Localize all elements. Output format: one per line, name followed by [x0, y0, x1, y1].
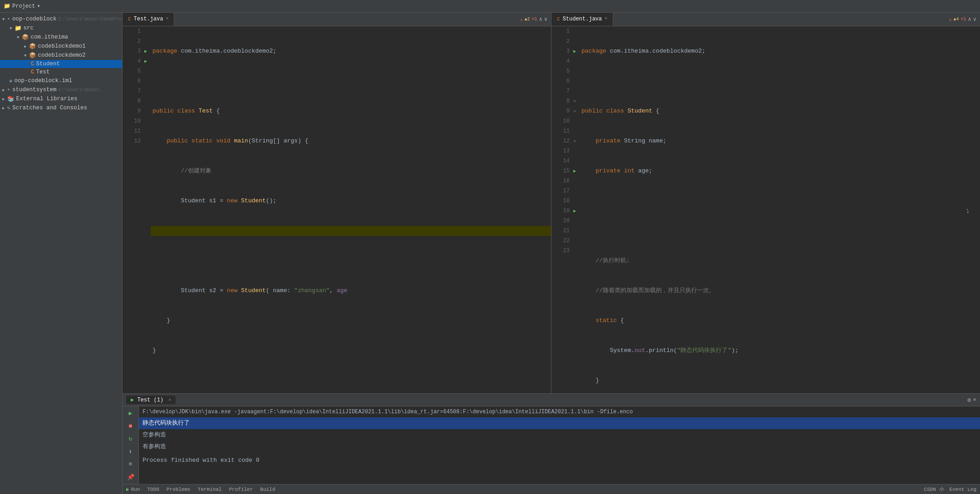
expand-icon: ▸: [2, 86, 5, 93]
expand-icon: ▾: [9, 24, 13, 32]
run-tab-icon: ▶: [131, 397, 134, 403]
java-icon: C: [31, 69, 34, 75]
tab-close-button[interactable]: ×: [166, 16, 168, 21]
stop-button[interactable]: ■: [124, 421, 137, 431]
terminal-status[interactable]: Terminal: [198, 487, 222, 492]
right-code-lines: package com.itheima.codeblockdemo2; publ…: [580, 26, 980, 393]
editor-left-indicators: ⚠ ▲2 ×1 ∧ ∨: [520, 13, 551, 26]
run-button[interactable]: ▶: [124, 408, 137, 418]
code-line-11: }: [151, 346, 551, 356]
settings-run-button[interactable]: ≡: [124, 460, 137, 470]
status-bar-right: CSDN 小 Event Log: [924, 486, 976, 493]
sidebar-item-src[interactable]: ▾ 📁 src: [0, 24, 122, 33]
left-code-content[interactable]: 1 2 3 4 5 6 7 8 9 10 11 12: [123, 26, 551, 393]
sidebar-item-codeblockdemo2[interactable]: ▾ 📦 codeblockdemo2: [0, 51, 122, 60]
run-status[interactable]: ▶ Run: [126, 486, 140, 492]
sidebar-item-studentsystem[interactable]: ▸ ▪ studentsystem C:\Users\moon\: [0, 85, 122, 94]
left-tab-bar: C Test.java × ⚠ ▲2 ×1 ∧ ∨: [123, 13, 551, 26]
right-line-numbers: 1 2 3 4 5 6 7 8 9 10 11 12 13 14: [552, 26, 573, 393]
run-status-icon: ▶: [126, 486, 129, 492]
tab-test-java[interactable]: C Test.java ×: [123, 13, 174, 26]
close-bottom-icon[interactable]: ×: [973, 396, 976, 403]
output-line-2: 空参构造: [139, 429, 980, 441]
r-code-line-7: [580, 226, 980, 236]
run-tab[interactable]: ▶ Test (1) ×: [126, 396, 176, 404]
r-code-line-9: //随着类的加载而加载的，并且只执行一次。: [580, 286, 980, 296]
scratch-icon: ✎: [7, 104, 11, 112]
folder-icon: 📁: [15, 24, 22, 32]
scroll-to-end-button[interactable]: ⬇: [124, 447, 137, 457]
r-code-line-3: public class Student {: [580, 106, 980, 116]
editor-area: C Test.java × ⚠ ▲2 ×1 ∧ ∨ 1: [123, 13, 980, 494]
event-log[interactable]: Event Log: [950, 487, 976, 492]
sidebar-item-student[interactable]: C Student: [0, 60, 122, 68]
r-code-line-11: System.out.println("静态代码块执行了");: [580, 346, 980, 356]
pin-button[interactable]: 📌: [124, 472, 137, 482]
right-editor-panel: C Student.java × ⚠ ▲4 ×1 ∧ ∨ 1: [552, 13, 980, 393]
code-line-10: }: [151, 316, 551, 326]
code-line-8: [151, 256, 551, 266]
sidebar-item-iml[interactable]: ◈ oop-codeblock.iml: [0, 76, 122, 85]
bottom-panel: ▶ Test (1) × ⚙ × ▶ ■ ↻ ⬇ ≡ 📌: [123, 393, 980, 484]
left-editor-panel: C Test.java × ⚠ ▲2 ×1 ∧ ∨ 1: [123, 13, 552, 393]
sidebar-item-com-itheima[interactable]: ▾ 📦 com.itheima: [0, 33, 122, 42]
build-status[interactable]: Build: [260, 487, 275, 492]
module-icon: ▪: [7, 16, 11, 22]
top-bar: 📁 Project ▾: [0, 0, 980, 13]
expand-icon: ▾: [16, 34, 20, 41]
code-line-3: public class Test {: [151, 106, 551, 116]
error-indicator: ⚠: [520, 17, 522, 22]
bottom-right-actions: ⚙ ×: [967, 396, 976, 404]
module-icon: ▪: [7, 87, 11, 93]
run-tab-close[interactable]: ×: [168, 398, 171, 403]
r-code-line-6: [580, 196, 980, 206]
code-line-6: Student s1 = new Student();: [151, 196, 551, 206]
main-area: ▾ ▪ oop-codeblock C:\Users\moon\IdeaProj…: [0, 13, 980, 494]
tab-close-button[interactable]: ×: [605, 16, 607, 21]
bottom-tab-bar: ▶ Test (1) × ⚙ ×: [123, 394, 980, 406]
sidebar: ▾ ▪ oop-codeblock C:\Users\moon\IdeaProj…: [0, 13, 123, 494]
project-tree: ▾ ▪ oop-codeblock C:\Users\moon\IdeaProj…: [0, 13, 122, 494]
package-icon: 📦: [29, 52, 36, 59]
right-info: CSDN 小: [924, 486, 944, 493]
r-code-line-4: private String name;: [580, 136, 980, 146]
package-icon: 📦: [22, 34, 29, 41]
expand-icon: ▾: [24, 52, 27, 59]
code-line-2: [151, 76, 551, 86]
sidebar-item-test[interactable]: C Test: [0, 68, 122, 76]
code-line-1: package com.itheima.codeblockdemo2;: [151, 46, 551, 56]
code-line-4: public static void main(String[] args) {: [151, 136, 551, 146]
code-line-12: [151, 376, 551, 386]
run-output: F:\develop\JDK\bin\java.exe -javaagent:F…: [139, 406, 980, 484]
r-code-line-5: private int age;: [580, 166, 980, 176]
project-dropdown[interactable]: 📁 Project ▾: [4, 3, 40, 10]
bottom-content: ▶ ■ ↻ ⬇ ≡ 📌 F:\develop\JDK\bin\java.exe …: [123, 406, 980, 484]
r-code-line-2: [580, 76, 980, 86]
expand-icon: ▸: [2, 104, 5, 112]
run-sidebar: ▶ ■ ↻ ⬇ ≡ 📌: [123, 406, 139, 484]
tab-student-java[interactable]: C Student.java ×: [552, 13, 613, 26]
sidebar-item-oop-codeblock[interactable]: ▾ ▪ oop-codeblock C:\Users\moon\IdeaProj…: [0, 15, 122, 24]
package-icon: 📦: [29, 43, 36, 50]
code-line-7: [151, 226, 551, 236]
r-code-line-1: package com.itheima.codeblockdemo2;: [580, 46, 980, 56]
r-code-line-8: //执行时机:: [580, 256, 980, 266]
left-gutter: ▶ ▶: [144, 26, 151, 393]
sidebar-item-scratches[interactable]: ▸ ✎ Scratches and Consoles: [0, 103, 122, 112]
sidebar-item-external-libraries[interactable]: ▸ 📚 External Libraries: [0, 94, 122, 103]
settings-icon[interactable]: ⚙: [967, 396, 971, 404]
output-line-5: Process finished with exit code 0: [139, 455, 980, 466]
java-icon: C: [31, 61, 34, 67]
right-code-content[interactable]: 1 2 3 4 5 6 7 8 9 10 11 12 13 14: [552, 26, 980, 393]
problems-status[interactable]: Problems: [167, 487, 191, 492]
profiler-status[interactable]: Profiler: [229, 487, 253, 492]
sidebar-item-codeblockdemo1[interactable]: ▸ 📦 codeblockdemo1: [0, 42, 122, 51]
java-file-icon: C: [128, 16, 131, 22]
status-bar: ▶ Run TODO Problems Terminal Profiler Bu…: [123, 484, 980, 494]
code-line-5: //创建对象: [151, 166, 551, 176]
editor-right-indicators: ⚠ ▲4 ×1 ∧ ∨: [949, 13, 980, 26]
error-indicator: ⚠: [949, 17, 951, 22]
todo-status[interactable]: TODO: [147, 487, 159, 492]
rerun-button[interactable]: ↻: [124, 434, 137, 444]
left-line-numbers: 1 2 3 4 5 6 7 8 9 10 11 12: [123, 26, 144, 393]
